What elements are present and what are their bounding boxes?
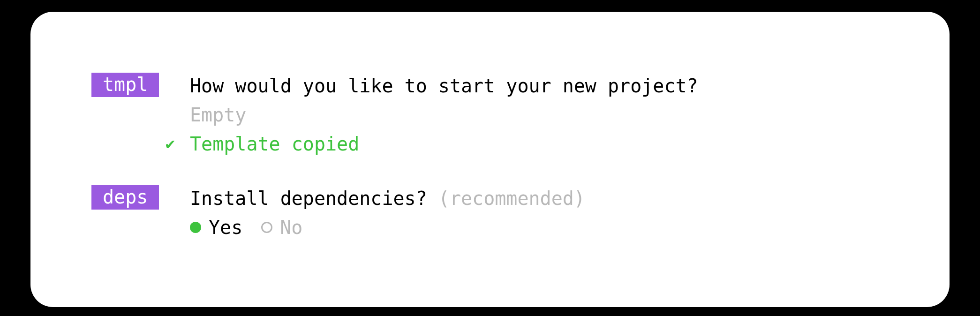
check-icon: ✔ [161, 133, 180, 155]
radio-filled-icon [190, 222, 201, 233]
option-yes-label: Yes [209, 214, 242, 241]
radio-empty-icon [261, 222, 272, 233]
option-no[interactable]: No [261, 214, 302, 241]
deps-options: Yes No [190, 214, 889, 241]
cli-prompt-card: tmpl How would you like to start your ne… [30, 12, 950, 307]
option-yes[interactable]: Yes [190, 214, 242, 241]
tag-deps: deps [91, 185, 159, 210]
tmpl-status: Template copied [190, 131, 359, 157]
deps-hint: (recommended) [438, 188, 585, 209]
deps-question: Install dependencies? [190, 188, 427, 209]
tag-tmpl: tmpl [91, 73, 159, 97]
step-tmpl: tmpl How would you like to start your ne… [91, 73, 889, 157]
tmpl-question: How would you like to start your new pro… [190, 73, 889, 99]
option-no-label: No [280, 214, 302, 241]
step-deps: deps Install dependencies? (recommended)… [91, 185, 889, 241]
tmpl-answer: Empty [190, 102, 889, 128]
